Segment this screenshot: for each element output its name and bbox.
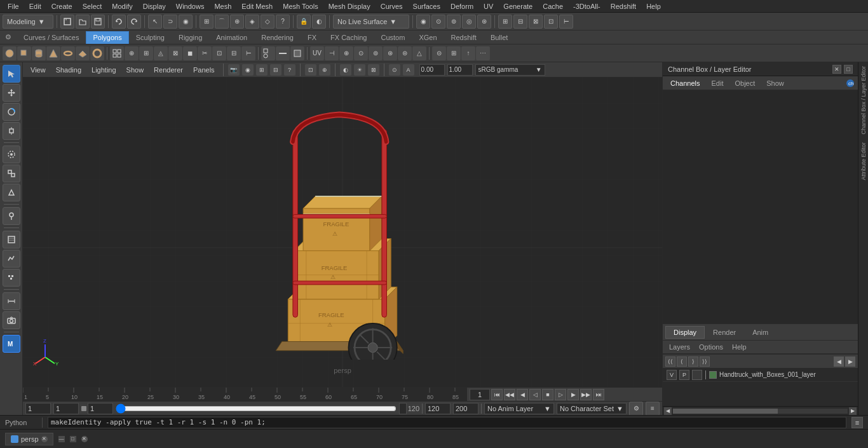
help-menu-btn[interactable]: Help	[728, 342, 750, 352]
snap-surface-btn[interactable]: ◈	[245, 15, 259, 29]
menu-curves[interactable]: Curves	[376, 1, 408, 11]
tab-bullet[interactable]: Bullet	[484, 31, 515, 44]
merge-icon[interactable]: ⊕	[125, 46, 139, 60]
cb-tab-channels[interactable]: Channels	[665, 78, 705, 88]
stop-btn[interactable]: ■	[542, 389, 553, 400]
time-end-field[interactable]	[453, 403, 478, 414]
display-tab-display[interactable]: Display	[665, 326, 705, 339]
tab-sculpting[interactable]: Sculpting	[129, 31, 172, 44]
select-vertices-icon[interactable]	[261, 46, 275, 60]
tab-xgen[interactable]: XGen	[412, 31, 444, 44]
extrude-icon[interactable]: ⊞	[139, 46, 153, 60]
cube-icon[interactable]	[17, 46, 31, 60]
layout-btn3[interactable]: ⊠	[529, 15, 543, 29]
redo-btn[interactable]	[127, 15, 141, 29]
vp-grid-icon[interactable]: ⊟	[270, 64, 281, 76]
outline-tool[interactable]	[3, 231, 20, 248]
multi-cut-icon[interactable]: ✂	[198, 46, 212, 60]
last-used-tool[interactable]	[3, 184, 20, 201]
frame-field-3[interactable]	[88, 403, 113, 414]
xray-icon[interactable]: ⊝	[432, 46, 446, 60]
frame-start-field[interactable]	[25, 403, 51, 414]
menu-generate[interactable]: Generate	[498, 1, 538, 11]
menu-windows[interactable]: Windows	[171, 1, 210, 11]
smooth-icon[interactable]: ⊙	[354, 46, 368, 60]
layer-color-swatch[interactable]	[709, 371, 717, 379]
select-edges-icon[interactable]	[276, 46, 290, 60]
select-faces-icon[interactable]	[290, 46, 304, 60]
wireframe-icon[interactable]: ⊞	[447, 46, 461, 60]
bool-icon[interactable]: ⊕	[339, 46, 353, 60]
layers-menu-btn[interactable]: Layers	[665, 342, 694, 352]
sphere-icon[interactable]	[3, 46, 17, 60]
menu-modify[interactable]: Modify	[107, 1, 137, 11]
layer-visibility-btn[interactable]: V	[667, 370, 677, 380]
cone-icon[interactable]	[46, 46, 60, 60]
vp-light-icon[interactable]: ☀	[354, 64, 365, 76]
bevel-icon[interactable]: ◬	[154, 46, 168, 60]
render-btn[interactable]: ◉	[416, 15, 430, 29]
open-scene-btn[interactable]	[76, 15, 90, 29]
goto-end-btn[interactable]: ⏭	[593, 389, 604, 400]
snap-live-btn[interactable]: ◇	[261, 15, 275, 29]
normals-icon[interactable]: ↑	[461, 46, 475, 60]
tab-custom[interactable]: Custom	[374, 31, 412, 44]
tab-polygons[interactable]: Polygons	[86, 31, 128, 44]
cb-tab-edit[interactable]: Edit	[706, 78, 728, 88]
attribute-editor-side-tab[interactable]: Attribute Editor	[859, 139, 868, 184]
save-scene-btn[interactable]	[91, 15, 105, 29]
menu-edit[interactable]: Edit	[24, 1, 46, 11]
retopo-icon[interactable]: ⊛	[383, 46, 397, 60]
layer-nav-prev-btn[interactable]: ⟨	[677, 356, 687, 367]
menu-redshift[interactable]: Redshift	[606, 1, 641, 11]
playback-end-field[interactable]	[425, 403, 451, 414]
vp-menu-show[interactable]: Show	[123, 65, 148, 75]
vp-wire-icon[interactable]: ⊠	[368, 64, 379, 76]
anim-layer-dropdown[interactable]: No Anim Layer ▼	[484, 403, 554, 414]
target-weld-icon[interactable]: ⊡	[212, 46, 226, 60]
tab-animation[interactable]: Animation	[209, 31, 254, 44]
render4-btn[interactable]: ◎	[462, 15, 476, 29]
playback-options-btn[interactable]: ≡	[646, 402, 660, 416]
timeline-ruler[interactable]: // Will be rendered via inline SVG ticks…	[23, 388, 466, 401]
layout-btn5[interactable]: ⊢	[559, 15, 573, 29]
step-back-btn[interactable]: ◀◀	[504, 389, 515, 400]
play-back-btn[interactable]: ◁	[529, 389, 541, 400]
torus-icon[interactable]	[61, 46, 75, 60]
menu-file[interactable]: File	[3, 1, 24, 11]
window-close-btn[interactable]: ✕	[81, 436, 88, 442]
render3-btn[interactable]: ⊚	[447, 15, 461, 29]
vp-film-icon[interactable]: ⊞	[256, 64, 268, 76]
viewport-scale-input[interactable]	[447, 64, 473, 76]
layer-color-btn[interactable]: ◀	[834, 356, 844, 367]
options-menu-btn[interactable]: Options	[695, 342, 727, 352]
step-fwd-btn[interactable]: ▶▶	[580, 389, 592, 400]
channel-box-expand-btn[interactable]: □	[844, 65, 853, 74]
vp-help-icon[interactable]: ?	[284, 64, 295, 76]
vp-aa-icon[interactable]: A	[403, 64, 414, 76]
paint-select-btn[interactable]: ◉	[179, 15, 193, 29]
prev-frame-btn[interactable]: ◀	[517, 389, 528, 400]
vp-shading-icon[interactable]: ◐	[340, 64, 351, 76]
tab-fx[interactable]: FX	[301, 31, 323, 44]
scale-tool[interactable]	[3, 122, 20, 140]
graph-editor-tool[interactable]	[3, 250, 20, 268]
viewport-angle-input[interactable]	[419, 64, 445, 76]
display-tab-anim[interactable]: Anim	[744, 326, 776, 339]
vp-menu-lighting[interactable]: Lighting	[88, 65, 120, 75]
measure-tool[interactable]	[3, 292, 20, 310]
vp-iso-icon[interactable]: ⊕	[319, 64, 330, 76]
offset-loop-icon[interactable]: ⊢	[241, 46, 255, 60]
scroll-track[interactable]	[673, 409, 848, 414]
layer-nav-next-btn[interactable]: ⟩	[688, 356, 698, 367]
workspace-dropdown[interactable]: Modeling ▼	[3, 15, 53, 29]
layer-nav-next-next-btn[interactable]: ⟩⟩	[700, 356, 710, 367]
next-frame-btn[interactable]: ▶	[567, 389, 579, 400]
highlight-btn[interactable]: ◐	[312, 15, 326, 29]
vp-menu-shading[interactable]: Shading	[52, 65, 85, 75]
layout-btn4[interactable]: ⊡	[544, 15, 558, 29]
select-tool-btn[interactable]: ↖	[148, 15, 162, 29]
tab-settings-icon[interactable]: ⚙	[3, 32, 14, 43]
rotate-tool[interactable]	[3, 103, 20, 121]
subdivide-icon[interactable]	[110, 46, 124, 60]
